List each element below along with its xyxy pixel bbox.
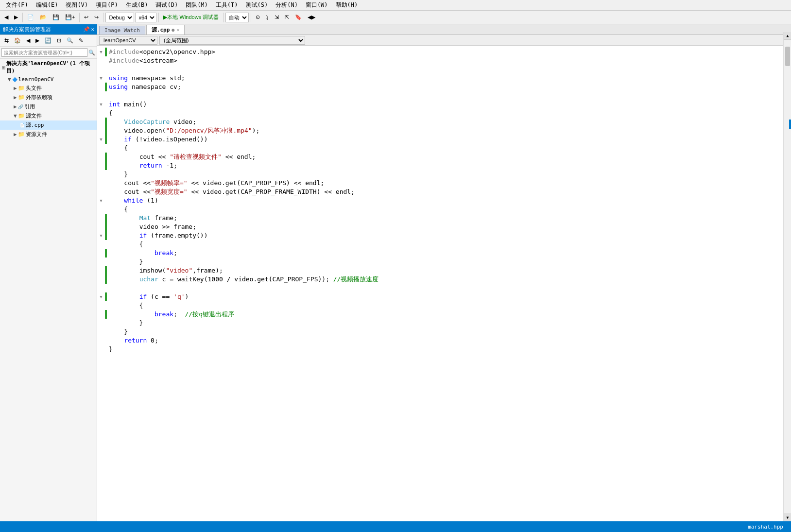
code-line-14: return -1; [97,161,791,170]
sep2 [79,13,80,22]
step-out-btn[interactable]: ⇱ [282,13,292,22]
ext-folder-icon: 📁 [18,94,25,101]
source-tab-unsaved: ● [172,27,174,33]
scrollbar-thumb[interactable] [785,47,790,66]
menu-view[interactable]: 视图(V) [62,0,92,10]
tree-external-deps[interactable]: ▶ 📁 外部依赖项 [0,93,97,102]
menu-debug[interactable]: 调试(D) [152,0,182,10]
sidebar-header-bar: 解决方案资源管理器 📌 ✕ [0,24,97,34]
source-tab-close[interactable]: ✕ [176,27,179,33]
tree-references[interactable]: ▶ 🔗 引用 [0,102,97,111]
code-line-10: video.open("D:/opencv/风筝冲浪.mp4"); [97,126,791,135]
editor-area: learnOpenCV (全局范围) ▼ #include<opencv2\op… [97,35,791,521]
forward-btn[interactable]: ▶ [12,13,20,22]
open-btn[interactable]: 📂 [37,13,49,22]
scrollbar-up-btn[interactable]: ▲ [784,32,791,40]
menu-window[interactable]: 窗口(W) [302,0,332,10]
scope-selector[interactable]: (全局范围) [159,36,305,45]
menu-edit[interactable]: 编辑(E) [32,0,62,10]
debug-config-select[interactable]: Debug [105,13,134,22]
code-line-28 [97,284,791,292]
bookmark-btn[interactable]: 🔖 [292,13,304,22]
new-btn[interactable]: 📄 [25,13,36,22]
sidebar-toolbar-btn5[interactable]: 🔄 [42,36,54,45]
menu-project[interactable]: 项目(P) [92,0,122,10]
menu-analyze[interactable]: 分析(N) [272,0,302,10]
scrollbar-down-btn[interactable]: ▼ [784,514,791,521]
sidebar-toolbar-btn8[interactable]: ✎ [76,36,86,45]
sidebar-title: 解决方案资源管理器 [3,26,51,33]
code-line-2: #include<iostream> [97,56,791,65]
breakpoint-btn[interactable]: ⊙ [253,13,262,22]
save-btn[interactable]: 💾 [50,13,62,22]
code-line-37 [97,362,791,371]
headers-expand-icon: ▶ [14,85,17,91]
status-right-item: marshal.hpp [748,524,783,530]
sidebar-toolbar-btn6[interactable]: ⊡ [54,36,64,45]
code-line-13: cout << "请检查视频文件" << endl; [97,153,791,161]
sidebar-toolbar-btn3[interactable]: ◀ [24,36,33,45]
sep3 [103,13,103,22]
ext-label: 外部依赖项 [26,94,52,101]
editor-content[interactable]: ▼ #include<opencv2\opencv.hpp> #include<… [97,46,791,521]
step-into-btn[interactable]: ⇲ [272,13,281,22]
platform-select[interactable]: x64 [135,13,156,22]
sidebar-pin-icon[interactable]: 📌 [83,26,90,33]
redo-btn[interactable]: ↪ [92,13,101,22]
menu-team[interactable]: 团队(M) [182,0,212,10]
solution-node[interactable]: ▣ 解决方案'learnOpenCV'(1 个项目) [0,59,97,75]
cpp-icon: 📄 [19,123,25,128]
back-btn[interactable]: ◀ [2,13,11,22]
menu-help[interactable]: 帮助(H) [332,0,362,10]
tree-source-cpp[interactable]: 📄 源.cpp [0,120,97,130]
code-line-35: } [97,345,791,354]
sidebar-toolbar-btn4[interactable]: ▶ [33,36,42,45]
menu-file[interactable]: 文件(F) [2,0,32,10]
code-line-29: ▼ if (c == 'q') [97,292,791,301]
step-over-btn[interactable]: ⤵ [263,13,271,22]
ref-label: 引用 [24,103,35,110]
vertical-scrollbar[interactable]: ▲ ▼ [783,32,791,521]
sidebar-close-icon[interactable]: ✕ [91,26,94,33]
menu-build[interactable]: 生成(B) [122,0,152,10]
image-watch-tab[interactable]: Image Watch [99,26,145,34]
code-line-3 [97,65,791,74]
code-line-31: break; //按q键退出程序 [97,310,791,319]
sidebar-toolbar-btn7[interactable]: 🔍 [64,36,76,45]
mode-select[interactable]: 自动 [225,13,249,22]
code-line-34: return 0; [97,336,791,345]
ref-expand-icon: ▶ [14,103,17,110]
sidebar: ⇆ 🏠 ◀ ▶ 🔄 ⊡ 🔍 ✎ 🔍 ▣ 解决方案'learnOpenCV'(1 … [0,35,97,521]
code-line-11: ▼ if (!video.isOpened()) [97,135,791,144]
menu-test[interactable]: 测试(S) [242,0,272,10]
code-line-22: ▼ if (frame.empty()) [97,231,791,240]
sidebar-toolbar-btn1[interactable]: ⇆ [2,36,11,45]
editor-top-bar: learnOpenCV (全局范围) [97,35,791,46]
source-tab[interactable]: 源.cpp ● ✕ [146,25,185,34]
toolbar: ◀ ▶ 📄 📂 💾 💾+ ↩ ↪ Debug x64 ▶ 本地 Windows … [0,11,791,24]
project-label: learnOpenCV [18,76,54,83]
code-line-5: using namespace cv; [97,83,791,91]
code-line-16: cout <<"视频帧率=" << video.get(CAP_PROP_FPS… [97,179,791,188]
undo-btn[interactable]: ↩ [82,13,91,22]
sep4 [158,13,159,22]
tree-headers[interactable]: ▶ 📁 头文件 [0,84,97,93]
menu-bar: 文件(F) 编辑(E) 视图(V) 项目(P) 生成(B) 调试(D) 团队(M… [0,0,791,11]
code-line-24: break; [97,249,791,257]
code-line-25: } [97,257,791,266]
nav-btn[interactable]: ◀▶ [305,13,318,22]
menu-tools[interactable]: 工具(T) [212,0,242,10]
tree-resource-files[interactable]: ▶ 📁 资源文件 [0,130,97,139]
src-expand-icon: ▼ [14,113,17,119]
save-all-btn[interactable]: 💾+ [63,13,77,22]
ref-icon: 🔗 [18,104,23,109]
file-selector[interactable]: learnOpenCV [99,36,157,45]
tree-source-files[interactable]: ▼ 📁 源文件 [0,111,97,120]
res-expand-icon: ▶ [14,131,17,137]
search-icon[interactable]: 🔍 [88,50,95,56]
sidebar-toolbar-btn2[interactable]: 🏠 [12,36,23,45]
code-line-7: ▼ int main() [97,100,791,109]
run-btn[interactable]: ▶ 本地 Windows 调试器 [161,12,221,22]
sidebar-search-input[interactable] [1,48,87,57]
project-node[interactable]: ▼ 🔷 learnOpenCV [0,75,97,84]
